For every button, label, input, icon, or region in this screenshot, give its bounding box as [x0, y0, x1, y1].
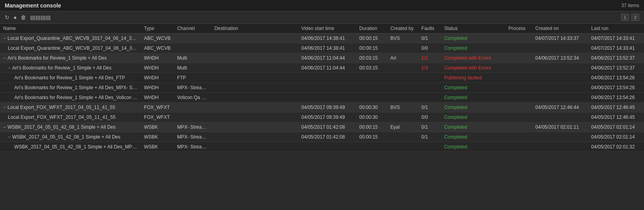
- table-row[interactable]: Ari's Bookmarks for Review_1 Simple + Al…: [0, 73, 644, 83]
- table-row[interactable]: Local Export_FOX_WFXT_2017_04_05_11_41_5…: [0, 112, 644, 122]
- cell-createdon: [532, 73, 588, 83]
- table-row[interactable]: Ari's Bookmarks for Review_1 Simple + Al…: [0, 93, 644, 103]
- refresh-icon[interactable]: ↻: [5, 14, 9, 21]
- cell-process: [505, 34, 532, 43]
- cell-type: WHDH: [141, 53, 174, 63]
- cell-name: −Local Export_Quarantine_ABC_WCVB_2017_0…: [0, 34, 141, 43]
- cell-videostart: 04/05/2017 01:42:08: [298, 132, 356, 142]
- cell-faults: 1/3: [418, 63, 441, 73]
- collapse-icon[interactable]: −: [3, 105, 6, 110]
- cell-destination: [211, 132, 298, 142]
- cell-duration: [356, 142, 387, 152]
- cell-name: Ari's Bookmarks for Review_1 Simple + Al…: [0, 93, 141, 103]
- cell-lastrun: 04/05/2017 12:46:45: [588, 112, 644, 122]
- table-row[interactable]: −WSBK_2017_04_05_01_42_08_1 Simple + All…: [0, 132, 644, 142]
- cell-process: [505, 53, 532, 63]
- table-row[interactable]: Local Export_Quarantine_ABC_WCVB_2017_04…: [0, 43, 644, 53]
- cell-destination: [211, 73, 298, 83]
- cell-duration: 00:00:15: [356, 132, 387, 142]
- table-row[interactable]: −Local Export_FOX_WFXT_2017_04_05_11_41_…: [0, 103, 644, 112]
- collapse-icon[interactable]: −: [8, 134, 11, 140]
- cell-destination: [211, 103, 298, 112]
- col-header-name: Name: [0, 24, 141, 34]
- cell-createdon: [532, 43, 588, 53]
- cell-createdby: [387, 93, 419, 103]
- cell-lastrun: 04/06/2017 13:54:26: [588, 93, 644, 103]
- cell-channel: MPX- Streaming, making a diff & Mus...: [174, 132, 211, 142]
- cell-createdby: Ari: [387, 53, 419, 63]
- cell-channel: [174, 34, 211, 43]
- cell-videostart: 04/05/2017 09:39:49: [298, 112, 356, 122]
- delete-icon[interactable]: 🗑: [21, 14, 26, 21]
- collapse-icon[interactable]: −: [3, 124, 6, 130]
- title-bar: Management console 37 items: [0, 0, 644, 11]
- cell-status: Completed with Errors: [441, 53, 505, 63]
- collapse-icon[interactable]: −: [3, 36, 6, 41]
- collapse-icon[interactable]: −: [8, 65, 11, 71]
- cell-channel: Multi: [174, 53, 211, 63]
- cell-process: [505, 122, 532, 132]
- cell-faults: 0/1: [418, 122, 441, 132]
- table-row[interactable]: −Ari's Bookmarks for Review_1 Simple + A…: [0, 63, 644, 73]
- cell-duration: 00:00:15: [356, 43, 387, 53]
- cell-type: FOX_WFXT: [141, 112, 174, 122]
- cell-process: [505, 132, 532, 142]
- table-row[interactable]: WSBK_2017_04_05_01_42_08_1 Simple + All …: [0, 142, 644, 152]
- cell-faults: 0/1: [418, 103, 441, 112]
- cell-process: [505, 43, 532, 53]
- cell-createdby: [387, 142, 419, 152]
- toolbar: ↻ ● 🗑 ▤▤▤▤ 1 2: [0, 11, 644, 24]
- table-row[interactable]: −WSBK_2017_04_05_01_42_08_1 Simple + All…: [0, 122, 644, 132]
- page-1-button[interactable]: 1: [621, 14, 629, 21]
- cell-name: WSBK_2017_04_05_01_42_08_1 Simple + All …: [0, 142, 141, 152]
- cell-createdon: [532, 132, 588, 142]
- cell-faults: 0/0: [418, 43, 441, 53]
- cell-name: −Ari's Bookmarks for Review_1 Simple + A…: [0, 53, 141, 63]
- cell-process: [505, 142, 532, 152]
- cell-process: [505, 112, 532, 122]
- table-row[interactable]: −Ari's Bookmarks for Review_1 Simple + A…: [0, 53, 644, 63]
- cell-duration: [356, 83, 387, 93]
- table-row[interactable]: −Local Export_Quarantine_ABC_WCVB_2017_0…: [0, 34, 644, 43]
- cell-name: Local Export_Quarantine_ABC_WCVB_2017_04…: [0, 43, 141, 53]
- cell-destination: [211, 93, 298, 103]
- columns-icon[interactable]: ▤▤▤▤: [30, 14, 51, 21]
- cell-channel: [174, 112, 211, 122]
- cell-type: WSBK: [141, 122, 174, 132]
- cell-videostart: 04/06/2017 14:38:41: [298, 34, 356, 43]
- cell-status: Completed: [441, 132, 505, 142]
- cell-type: WHDH: [141, 93, 174, 103]
- page-2-button[interactable]: 2: [631, 14, 639, 21]
- cell-faults: [418, 142, 441, 152]
- cell-status: Completed: [441, 103, 505, 112]
- cell-createdby: [387, 83, 419, 93]
- col-header-lastrun: Last run: [588, 24, 644, 34]
- cell-createdon: 04/07/2017 14:33:37: [532, 34, 588, 43]
- cell-status: Completed: [441, 122, 505, 132]
- cell-name: Local Export_FOX_WFXT_2017_04_05_11_41_5…: [0, 112, 141, 122]
- cell-videostart: 04/06/2017 11:04:44: [298, 63, 356, 73]
- cell-name: −WSBK_2017_04_05_01_42_08_1 Simple + All…: [0, 132, 141, 142]
- cell-name: Ari's Bookmarks for Review_1 Simple + Al…: [0, 73, 141, 83]
- cell-faults: 0/1: [418, 34, 441, 43]
- cell-destination: [211, 142, 298, 152]
- stop-icon[interactable]: ●: [13, 14, 17, 21]
- cell-faults: 1/1: [418, 53, 441, 63]
- cell-createdon: 04/06/2017 13:52:34: [532, 53, 588, 63]
- toolbar-right: 1 2: [621, 14, 639, 21]
- col-header-videostart: Video start time: [298, 24, 356, 34]
- cell-status: Completed: [441, 83, 505, 93]
- cell-status: Publishing faulted: [441, 73, 505, 83]
- cell-duration: 00:03:15: [356, 53, 387, 63]
- collapse-icon[interactable]: −: [3, 55, 6, 61]
- cell-status: Completed: [441, 142, 505, 152]
- cell-name: −WSBK_2017_04_05_01_42_08_1 Simple + All…: [0, 122, 141, 132]
- cell-faults: [418, 83, 441, 93]
- cell-channel: MPX- Streaming, making a diff & Mus...: [174, 122, 211, 132]
- cell-videostart: [298, 93, 356, 103]
- cell-status: Completed: [441, 43, 505, 53]
- cell-lastrun: 04/05/2017 02:01:14: [588, 132, 644, 142]
- table-row[interactable]: Ari's Bookmarks for Review_1 Simple + Al…: [0, 83, 644, 93]
- cell-process: [505, 103, 532, 112]
- cell-lastrun: 04/07/2017 14:33:41: [588, 34, 644, 43]
